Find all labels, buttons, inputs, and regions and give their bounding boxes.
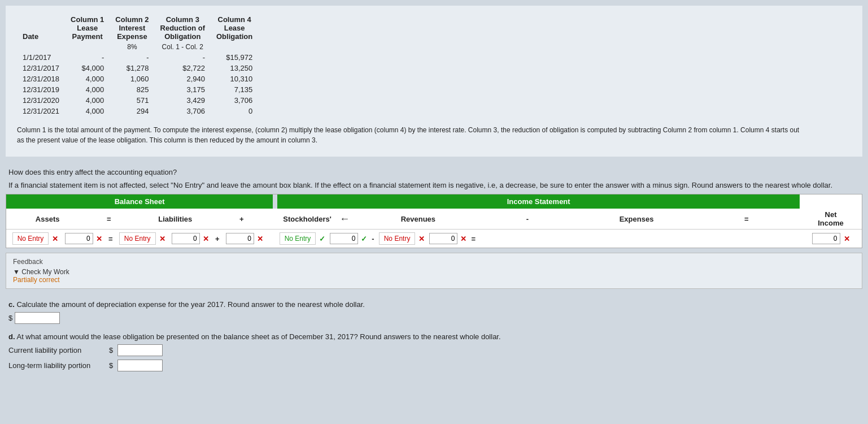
part-d-question: d. At what amount would the lease obliga… — [8, 332, 860, 341]
col2-header: Column 2 Interest Expense — [110, 14, 154, 42]
part-c-input[interactable] — [15, 312, 60, 324]
plus-sign: + — [239, 215, 244, 223]
table-row: 12/31/20214,0002943,7060 — [17, 106, 258, 116]
table-row: 12/31/2017$4,000$1,278$2,72213,250 — [17, 63, 258, 73]
amortization-section: Date Column 1 Lease Payment Column 2 Int… — [6, 6, 862, 157]
long-term-liability-row: Long-term liability portion $ — [8, 360, 860, 371]
income-label: Income — [818, 219, 844, 227]
no-entry-revenues-button[interactable]: No Entry — [280, 232, 316, 245]
arrow-symbol: ← — [339, 213, 350, 225]
current-dollar-sign: $ — [109, 346, 113, 354]
middle-section: How does this entry affect the accountin… — [6, 162, 862, 295]
minus-sign: - — [526, 215, 529, 223]
part-c-question: c. Calculate the amount of depreciation … — [8, 300, 860, 309]
table-row: 12/31/20204,0005713,4293,706 — [17, 95, 258, 106]
current-liability-input[interactable] — [117, 344, 163, 356]
amortization-note: Column 1 is the total amount of the paym… — [17, 125, 808, 145]
accounting-equation: Balance Sheet Income Statement Assets = … — [6, 194, 862, 248]
table-row: 1/1/2017---$15,972 — [17, 52, 258, 63]
stockholders-label: Stockholders' — [283, 215, 334, 223]
expenses-value-input[interactable] — [429, 233, 457, 244]
liabilities-value-status: ✕ — [203, 235, 209, 243]
liabilities-status-icon: ✕ — [159, 235, 165, 243]
col4-header: Column 4 Lease Obligation — [211, 14, 258, 42]
expenses-value-status: ✕ — [460, 235, 466, 243]
date-col-header: Date — [17, 14, 65, 42]
no-entry-expenses-button[interactable]: No Entry — [379, 232, 416, 245]
assets-label: Assets — [36, 215, 60, 223]
revenues-value-status: ✓ — [361, 235, 367, 243]
table-row: 12/31/20184,0001,0602,94010,310 — [17, 73, 258, 84]
part-c-dollar-sign: $ — [8, 314, 12, 322]
long-term-dollar-sign: $ — [109, 361, 113, 370]
liability-table: Current liability portion $ Long-term li… — [8, 344, 860, 371]
no-entry-liabilities-button[interactable]: No Entry — [119, 232, 156, 245]
revenues-status-icon: ✓ — [319, 235, 325, 243]
feedback-section: Feedback ▼ Check My Work Partially corre… — [6, 253, 862, 289]
equals-sign-1: = — [107, 215, 111, 223]
revenues-label: Revenues — [401, 215, 435, 223]
equity-value-input[interactable] — [226, 233, 254, 244]
part-d-section: d. At what amount would the lease obliga… — [8, 332, 860, 371]
balance-sheet-header: Balance Sheet — [6, 194, 273, 209]
bottom-section: c. Calculate the amount of depreciation … — [6, 295, 862, 386]
liabilities-value-input[interactable] — [172, 233, 200, 244]
feedback-status: Partially correct — [13, 276, 855, 284]
liabilities-label: Liabilities — [158, 215, 192, 223]
question-text-1-sub: If a financial statement item is not aff… — [6, 181, 862, 189]
assets-status-icon: ✕ — [52, 235, 58, 243]
assets-value-status: ✕ — [96, 235, 102, 243]
col2-subheader: 8% — [110, 42, 154, 52]
assets-value-input[interactable] — [65, 233, 93, 244]
long-term-liability-input[interactable] — [117, 360, 163, 371]
feedback-label: Feedback — [13, 258, 855, 266]
net-income-status: ✕ — [844, 235, 850, 243]
net-income-value-input[interactable] — [812, 233, 840, 244]
no-entry-assets-button[interactable]: No Entry — [12, 232, 49, 245]
amortization-table: Date Column 1 Lease Payment Column 2 Int… — [17, 14, 258, 116]
expenses-label: Expenses — [620, 215, 654, 223]
equity-value-status: ✕ — [257, 235, 263, 243]
expenses-status-icon: ✕ — [418, 235, 425, 243]
long-term-liability-label: Long-term liability portion — [8, 361, 104, 370]
col1-header: Column 1 Lease Payment — [65, 14, 110, 42]
revenues-value-input[interactable] — [330, 233, 358, 244]
income-statement-header: Income Statement — [277, 194, 800, 209]
check-my-work-toggle[interactable]: ▼ Check My Work — [13, 268, 855, 276]
part-c-section: c. Calculate the amount of depreciation … — [8, 300, 860, 324]
table-row: 12/31/20194,0008253,1757,135 — [17, 84, 258, 95]
current-liability-row: Current liability portion $ — [8, 344, 860, 356]
col3-header: Column 3 Reduction of Obligation — [155, 14, 211, 42]
current-liability-label: Current liability portion — [8, 346, 104, 354]
col3-subheader: Col. 1 - Col. 2 — [155, 42, 211, 52]
equals-sign-2: = — [744, 215, 749, 223]
net-label: Net — [818, 210, 844, 219]
question-text-1: How does this entry affect the accountin… — [6, 168, 862, 176]
